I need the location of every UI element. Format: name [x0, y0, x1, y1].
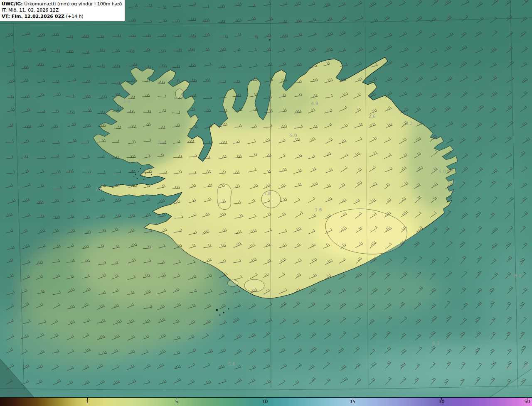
colorbar-tick-label: 30 — [438, 399, 444, 404]
valid-line: VT: Fim. 12.02.2026 02Z (+14 h) — [2, 13, 122, 20]
title-line: UWC/IG: Úrkomumætti (mm) og vindur i 100… — [2, 1, 122, 7]
valid-time: VT: Fim. 12.02.2026 02Z — [2, 14, 64, 19]
colorbar-tick-label: 5 — [175, 399, 178, 404]
model-id: UWC/IG: — [2, 1, 23, 7]
title-box: UWC/IG: Úrkomumætti (mm) og vindur i 100… — [0, 0, 125, 21]
valid-offset: (+14 h) — [66, 14, 84, 19]
map-value-label: 3.2 — [405, 121, 413, 126]
map-value-label: 5.4 — [158, 139, 165, 145]
map-value-label: 4.8 — [504, 365, 512, 371]
colorbar-tick-label: 15 — [350, 399, 356, 404]
map-value-label: 7.5 — [95, 187, 103, 192]
map-value-label: 5.0 — [438, 169, 446, 174]
map-value-label: 7.8 — [181, 319, 188, 324]
colorbar-tick-label: 1 — [86, 399, 89, 404]
map-value-label: 2.6 — [368, 114, 376, 119]
map-value-label: 1.6 — [315, 207, 322, 213]
colorbar-tick-label: 50 — [524, 399, 530, 404]
map-value-label: 1.8 — [264, 191, 271, 196]
map-value-label: 4.9 — [311, 101, 318, 106]
map-value-label: 6.6 — [520, 364, 528, 369]
map-value-label: 5.6 — [228, 362, 236, 367]
map-canvas: 2.94.92.63.25.05.45.07.51.81.66.07.86.35… — [0, 0, 532, 406]
init-time: IT: Mið. 11. 02. 2026 12Z — [2, 7, 122, 13]
map-value-label: 6.0 — [514, 273, 522, 279]
colorbar-tick-label: 10 — [262, 399, 268, 404]
weather-map-app: 2.94.92.63.25.05.45.07.51.81.66.07.86.35… — [0, 0, 532, 406]
map-value-label: 2.9 — [123, 99, 131, 104]
map-value-label: 6.3 — [432, 341, 440, 346]
colorbar: 1510153050 — [0, 397, 532, 406]
map-value-label: 5.0 — [290, 133, 297, 138]
map-title: Úrkomumætti (mm) og vindur i 100m hæð — [24, 1, 122, 7]
